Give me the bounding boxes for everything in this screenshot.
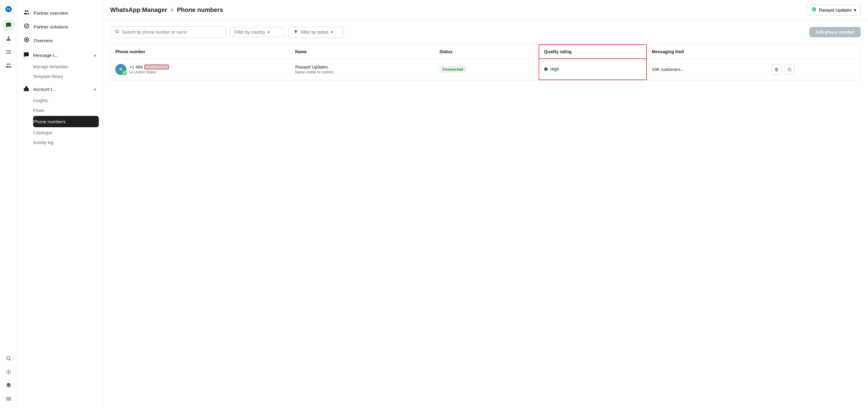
filter-country-dropdown[interactable]: Filter by country ▾ [230,27,285,37]
svg-rect-4 [6,52,11,52]
sidebar-label-partner-overview: Partner overview [34,10,68,15]
svg-point-1 [9,8,10,10]
delete-button[interactable] [771,64,782,75]
col-status: Status [435,45,539,59]
phone-numbers-label: Phone numbers [33,119,65,124]
overview-icon [23,37,30,44]
filter-status-label: Filter by status [301,30,329,35]
name-primary: Rasayel Updates [295,65,429,69]
svg-point-17 [26,39,28,41]
partner-solutions-icon [23,23,30,31]
sidebar-group-account-tools[interactable]: Account t... ∧ [17,83,102,96]
status-badge: Connected [439,66,466,73]
icon-bar [0,0,17,408]
add-phone-button[interactable]: Add phone number [809,27,861,37]
table-row: R W +1 484 us United States [111,59,860,80]
main-area: WhatsApp Manager > Phone numbers Rasayel… [103,0,868,408]
account-tools-label: Account t... [33,87,56,92]
svg-point-2 [8,36,9,38]
account-name: Rasayel Updates [819,8,851,12]
svg-point-7 [8,64,10,65]
phone-country: us United States [129,70,169,74]
group-icon-btn[interactable] [3,60,14,71]
hamburger-icon-btn[interactable] [3,393,14,404]
name-secondary: Name visible to custom... [295,70,429,74]
settings-button[interactable] [784,64,795,75]
svg-rect-12 [6,400,11,400]
search-icon [115,29,120,35]
sidebar-item-activity-log[interactable]: Activity log [33,138,102,148]
svg-rect-5 [6,53,11,54]
col-name: Name [290,45,434,59]
quality-label: High [550,67,559,71]
bell-icon-btn[interactable] [3,380,14,391]
svg-point-9 [8,371,9,373]
account-switcher[interactable]: Rasayel Updates ▾ [807,4,861,15]
account-tools-chevron: ∧ [94,87,96,91]
search-icon-btn[interactable] [3,353,14,364]
account-tools-icon [23,86,29,93]
svg-point-20 [812,7,816,11]
svg-rect-3 [6,50,11,51]
phone-numbers-table: Phone number Name Status Quality rating [110,44,861,81]
col-actions [767,45,860,59]
list-icon-btn[interactable] [3,46,14,58]
svg-point-0 [7,8,8,10]
phone-prefix: +1 484 [129,65,143,69]
content-area: Filter by country ▾ Filter by status ▾ A… [103,20,868,408]
chat-icon-btn[interactable] [3,20,14,31]
whatsapp-badge: W [122,71,127,75]
sidebar-label-overview: Overview [34,38,53,43]
col-phone: Phone number [111,45,290,59]
sidebar-item-manage-templates[interactable]: Manage templates [33,62,102,71]
breadcrumb-parent: WhatsApp Manager [110,6,167,13]
actions-cell [767,59,860,80]
sidebar-item-partner-overview[interactable]: Partner overview [17,6,102,20]
svg-point-6 [7,64,8,65]
toolbar: Filter by country ▾ Filter by status ▾ A… [110,26,861,38]
partner-overview-icon [23,9,30,17]
meta-logo [3,4,14,15]
sidebar-item-overview[interactable]: Overview [17,34,102,48]
search-box[interactable] [110,26,226,38]
sidebar-item-template-library[interactable]: Template library [33,71,102,81]
svg-point-13 [25,10,27,12]
quality-cell: High [539,59,647,80]
status-cell: Connected [435,59,539,80]
breadcrumb-current: Phone numbers [177,6,223,13]
phone-info: +1 484 us United States [129,65,169,74]
svg-point-14 [27,10,28,12]
sidebar-item-insights[interactable]: Insights [33,96,102,105]
breadcrumb-separator: > [170,6,174,13]
breadcrumb: WhatsApp Manager > Phone numbers [110,6,223,13]
filter-icon [293,29,298,35]
phone-avatar: R W [115,64,126,75]
message-templates-label: Message t... [33,53,58,58]
sidebar-item-catalogue[interactable]: Catalogue [33,128,102,138]
whatsapp-icon [811,7,816,13]
sidebar-item-flows[interactable]: Flows [33,105,102,115]
sidebar-item-partner-solutions[interactable]: Partner solutions [17,20,102,34]
messaging-limit: 10K customers... [652,67,684,72]
avatar-text: R [120,67,122,71]
svg-rect-19 [26,89,27,90]
svg-point-22 [789,69,790,70]
svg-rect-10 [6,397,11,398]
filter-country-chevron: ▾ [268,30,270,35]
messaging-cell: 10K customers... [647,59,767,80]
top-header: WhatsApp Manager > Phone numbers Rasayel… [103,0,868,20]
filter-status-dropdown[interactable]: Filter by status ▾ [289,27,344,38]
search-input[interactable] [122,30,222,35]
sidebar-group-message-templates[interactable]: Message t... ∧ [17,49,102,62]
sidebar-label-partner-solutions: Partner solutions [34,24,68,29]
settings-icon-btn[interactable] [3,367,14,377]
phone-cell: R W +1 484 us United States [111,59,290,80]
person-icon-btn[interactable] [3,33,14,44]
svg-rect-11 [6,399,11,399]
sidebar-item-phone-numbers[interactable]: Phone numbers [33,116,99,127]
message-templates-icon [23,52,29,59]
table-header-row: Phone number Name Status Quality rating [111,45,860,59]
name-cell: Rasayel Updates Name visible to custom..… [290,59,434,80]
sidebar: Partner overview Partner solutions Overv… [17,0,103,408]
phone-blurred [144,65,169,69]
